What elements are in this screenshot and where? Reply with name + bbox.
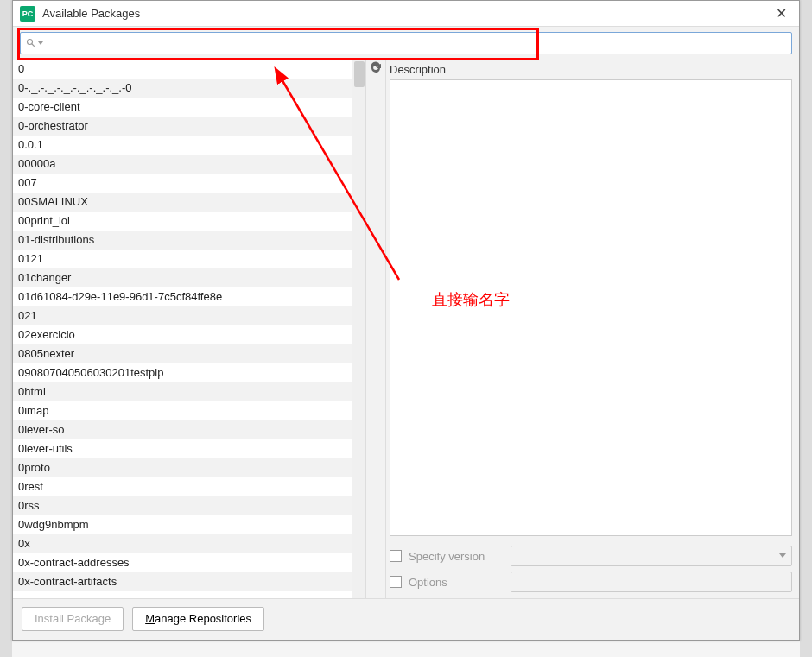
chevron-down-icon — [779, 553, 786, 558]
footer: Install Package Manage Repositories — [13, 598, 799, 638]
options-field[interactable] — [511, 572, 792, 592]
refresh-column — [365, 60, 386, 598]
package-item[interactable]: 01d61084-d29e-11e9-96d1-7c5cf84ffe8e — [13, 287, 352, 306]
package-item[interactable]: 00SMALINUX — [13, 193, 352, 212]
search-field[interactable] — [20, 32, 792, 54]
package-item[interactable]: 01-distributions — [13, 231, 352, 250]
specify-version-checkbox[interactable] — [390, 550, 402, 562]
package-item[interactable]: 007 — [13, 174, 352, 193]
scrollbar-thumb[interactable] — [354, 61, 365, 87]
options-label: Options — [409, 576, 504, 589]
main-area: 00-._.-._.-._.-._.-._.-._.-00-core-clien… — [13, 60, 799, 598]
package-list[interactable]: 00-._.-._.-._.-._.-._.-._.-00-core-clien… — [13, 60, 352, 598]
close-button[interactable]: ✕ — [771, 5, 792, 22]
search-row — [13, 27, 799, 60]
package-item[interactable]: 00print_lol — [13, 212, 352, 231]
package-item[interactable]: 0wdg9nbmpm — [13, 515, 352, 534]
options-checkbox[interactable] — [390, 576, 402, 588]
search-input[interactable] — [47, 34, 786, 53]
window-title: Available Packages — [42, 7, 771, 20]
package-item[interactable]: 0lever-so — [13, 420, 352, 439]
package-item[interactable]: 0-core-client — [13, 98, 352, 117]
package-list-panel: 00-._.-._.-._.-._.-._.-._.-00-core-clien… — [13, 60, 365, 598]
search-icon — [26, 38, 36, 48]
package-item[interactable]: 0x-contract-addresses — [13, 553, 352, 572]
package-item[interactable]: 090807040506030201testpip — [13, 363, 352, 382]
description-box — [390, 79, 792, 536]
titlebar: PC Available Packages ✕ — [13, 1, 799, 27]
package-item[interactable]: 0rest — [13, 477, 352, 496]
package-item[interactable]: 0proto — [13, 458, 352, 477]
install-options: Specify version Options — [390, 543, 792, 595]
package-item[interactable]: 0.0.1 — [13, 136, 352, 155]
package-item[interactable]: 02exercicio — [13, 325, 352, 344]
package-item[interactable]: 0html — [13, 382, 352, 401]
manage-repositories-button[interactable]: Manage Repositories — [132, 607, 264, 631]
install-package-button[interactable]: Install Package — [22, 607, 124, 631]
package-list-scrollbar[interactable] — [352, 60, 365, 598]
package-item[interactable]: 0x — [13, 534, 352, 553]
package-item[interactable]: 01changer — [13, 268, 352, 287]
package-item[interactable]: 0121 — [13, 250, 352, 268]
package-item[interactable]: 0-orchestrator — [13, 117, 352, 136]
svg-line-1 — [32, 44, 35, 47]
package-item[interactable]: 0805nexter — [13, 344, 352, 363]
available-packages-dialog: PC Available Packages ✕ 00-._.-._.-._.-.… — [12, 0, 800, 641]
package-item[interactable]: 0 — [13, 60, 352, 79]
refresh-icon[interactable] — [369, 61, 383, 78]
details-panel: Description Specify version Options — [386, 60, 799, 598]
search-options-caret-icon[interactable] — [38, 41, 43, 45]
specify-version-label: Specify version — [409, 550, 504, 563]
package-item[interactable]: 0lever-utils — [13, 439, 352, 458]
app-icon: PC — [20, 6, 35, 22]
version-dropdown[interactable] — [511, 546, 792, 566]
package-item[interactable]: 0-._.-._.-._.-._.-._.-._.-0 — [13, 79, 352, 98]
package-item[interactable]: 00000a — [13, 155, 352, 174]
package-item[interactable]: 0rss — [13, 496, 352, 515]
package-item[interactable]: 021 — [13, 306, 352, 325]
description-label: Description — [390, 61, 792, 79]
svg-point-0 — [28, 40, 33, 45]
package-item[interactable]: 0x-contract-artifacts — [13, 572, 352, 591]
package-item[interactable]: 0imap — [13, 401, 352, 420]
